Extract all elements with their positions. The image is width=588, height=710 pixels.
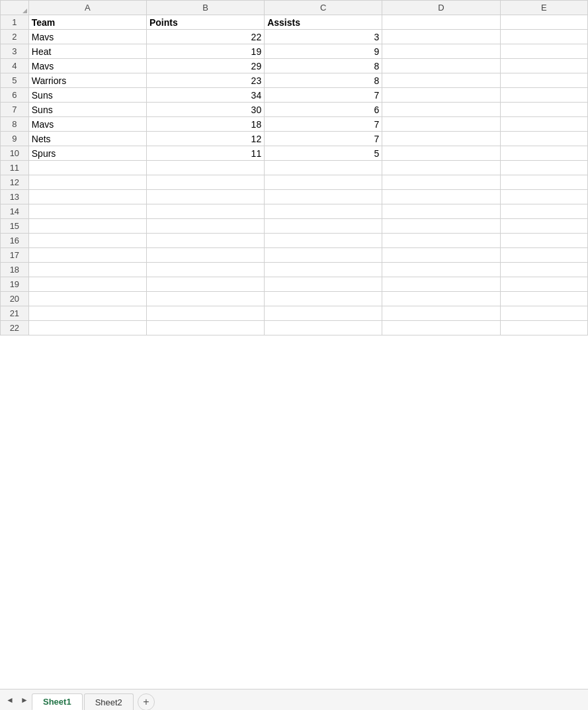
- row-number-5[interactable]: 5: [1, 73, 29, 88]
- cell-d20[interactable]: [382, 292, 500, 306]
- cell-d16[interactable]: [382, 234, 500, 248]
- cell-e18[interactable]: [500, 263, 587, 277]
- cell-d9[interactable]: [382, 132, 500, 146]
- cell-d3[interactable]: [382, 44, 500, 59]
- cell-e21[interactable]: [500, 306, 587, 321]
- cell-e11[interactable]: [500, 161, 587, 175]
- cell-c7[interactable]: 6: [265, 103, 382, 117]
- cell-e10[interactable]: [500, 146, 587, 161]
- cell-d8[interactable]: [382, 117, 500, 132]
- row-number-1[interactable]: 1: [1, 15, 29, 30]
- col-header-d[interactable]: D: [382, 1, 500, 15]
- cell-e4[interactable]: [500, 59, 587, 73]
- col-header-e[interactable]: E: [500, 1, 587, 15]
- row-number-17[interactable]: 17: [1, 248, 29, 263]
- cell-e13[interactable]: [500, 190, 587, 204]
- cell-e17[interactable]: [500, 248, 587, 263]
- cell-d19[interactable]: [382, 277, 500, 292]
- cell-a14[interactable]: [28, 204, 146, 219]
- row-number-20[interactable]: 20: [1, 292, 29, 306]
- cell-b17[interactable]: [146, 248, 264, 263]
- add-sheet-button[interactable]: +: [138, 693, 155, 711]
- cell-a21[interactable]: [28, 306, 146, 321]
- cell-d1[interactable]: [382, 15, 500, 30]
- cell-b8[interactable]: 18: [146, 117, 264, 132]
- cell-b9[interactable]: 12: [146, 132, 264, 146]
- cell-a19[interactable]: [28, 277, 146, 292]
- cell-a16[interactable]: [28, 234, 146, 248]
- row-number-10[interactable]: 10: [1, 146, 29, 161]
- cell-c8[interactable]: 7: [265, 117, 382, 132]
- cell-d22[interactable]: [382, 321, 500, 335]
- row-number-2[interactable]: 2: [1, 30, 29, 44]
- cell-d4[interactable]: [382, 59, 500, 73]
- cell-b7[interactable]: 30: [146, 103, 264, 117]
- cell-b12[interactable]: [146, 175, 264, 190]
- cell-a10[interactable]: Spurs: [28, 146, 146, 161]
- cell-b21[interactable]: [146, 306, 264, 321]
- cell-d13[interactable]: [382, 190, 500, 204]
- cell-c15[interactable]: [265, 219, 382, 234]
- row-number-21[interactable]: 21: [1, 306, 29, 321]
- row-number-15[interactable]: 15: [1, 219, 29, 234]
- cell-c3[interactable]: 9: [265, 44, 382, 59]
- cell-a5[interactable]: Warriors: [28, 73, 146, 88]
- cell-a8[interactable]: Mavs: [28, 117, 146, 132]
- row-number-14[interactable]: 14: [1, 204, 29, 219]
- cell-b20[interactable]: [146, 292, 264, 306]
- cell-c20[interactable]: [265, 292, 382, 306]
- row-number-13[interactable]: 13: [1, 190, 29, 204]
- row-number-9[interactable]: 9: [1, 132, 29, 146]
- cell-c19[interactable]: [265, 277, 382, 292]
- cell-a3[interactable]: Heat: [28, 44, 146, 59]
- cell-c16[interactable]: [265, 234, 382, 248]
- cell-d10[interactable]: [382, 146, 500, 161]
- cell-c21[interactable]: [265, 306, 382, 321]
- cell-c22[interactable]: [265, 321, 382, 335]
- cell-b18[interactable]: [146, 263, 264, 277]
- cell-e6[interactable]: [500, 88, 587, 103]
- cell-a2[interactable]: Mavs: [28, 30, 146, 44]
- cell-a9[interactable]: Nets: [28, 132, 146, 146]
- cell-e19[interactable]: [500, 277, 587, 292]
- cell-a13[interactable]: [28, 190, 146, 204]
- cell-e20[interactable]: [500, 292, 587, 306]
- cell-b11[interactable]: [146, 161, 264, 175]
- nav-prev-button[interactable]: ◄: [3, 693, 17, 707]
- cell-b14[interactable]: [146, 204, 264, 219]
- cell-d18[interactable]: [382, 263, 500, 277]
- cell-d21[interactable]: [382, 306, 500, 321]
- row-number-11[interactable]: 11: [1, 161, 29, 175]
- cell-c14[interactable]: [265, 204, 382, 219]
- cell-b15[interactable]: [146, 219, 264, 234]
- cell-c1[interactable]: Assists: [265, 15, 382, 30]
- cell-a4[interactable]: Mavs: [28, 59, 146, 73]
- cell-c4[interactable]: 8: [265, 59, 382, 73]
- cell-b16[interactable]: [146, 234, 264, 248]
- cell-d2[interactable]: [382, 30, 500, 44]
- row-number-3[interactable]: 3: [1, 44, 29, 59]
- cell-e5[interactable]: [500, 73, 587, 88]
- cell-e3[interactable]: [500, 44, 587, 59]
- cell-e7[interactable]: [500, 103, 587, 117]
- cell-a1[interactable]: Team: [28, 15, 146, 30]
- cell-e14[interactable]: [500, 204, 587, 219]
- cell-b22[interactable]: [146, 321, 264, 335]
- cell-e22[interactable]: [500, 321, 587, 335]
- row-number-4[interactable]: 4: [1, 59, 29, 73]
- cell-c13[interactable]: [265, 190, 382, 204]
- cell-d11[interactable]: [382, 161, 500, 175]
- col-header-a[interactable]: A: [28, 1, 146, 15]
- cell-d7[interactable]: [382, 103, 500, 117]
- cell-e1[interactable]: [500, 15, 587, 30]
- cell-b4[interactable]: 29: [146, 59, 264, 73]
- cell-c11[interactable]: [265, 161, 382, 175]
- cell-a6[interactable]: Suns: [28, 88, 146, 103]
- cell-e2[interactable]: [500, 30, 587, 44]
- nav-next-button[interactable]: ►: [17, 693, 32, 707]
- cell-b3[interactable]: 19: [146, 44, 264, 59]
- row-number-16[interactable]: 16: [1, 234, 29, 248]
- cell-d15[interactable]: [382, 219, 500, 234]
- cell-b6[interactable]: 34: [146, 88, 264, 103]
- cell-b13[interactable]: [146, 190, 264, 204]
